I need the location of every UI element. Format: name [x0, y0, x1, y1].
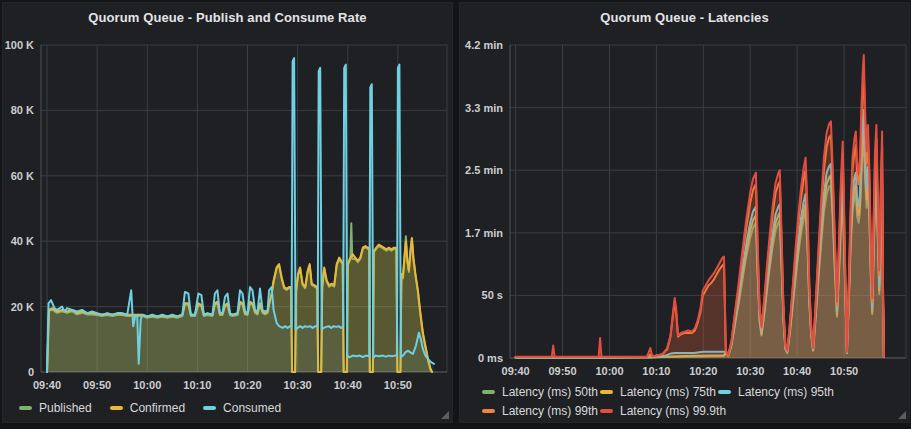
svg-text:4.2 min: 4.2 min	[465, 39, 503, 51]
svg-text:10:40: 10:40	[334, 379, 362, 391]
svg-text:20 K: 20 K	[11, 301, 34, 313]
legend-series-swatch-icon	[203, 406, 216, 410]
dashboard: Quorum Queue - Publish and Consume Rate …	[0, 0, 911, 425]
legend-series-swatch-icon	[482, 409, 495, 413]
legend-series-label: Latency (ms) 50th	[502, 385, 598, 399]
legend-item[interactable]: Consumed	[203, 401, 281, 415]
latencies-chart[interactable]: 0 ms50 s1.7 min2.5 min3.3 min4.2 min09:4…	[460, 31, 909, 383]
legend-item[interactable]: Latency (ms) 75th	[600, 385, 718, 399]
legend-item[interactable]: Latency (ms) 99th	[482, 404, 600, 418]
legend-item[interactable]: Latency (ms) 50th	[482, 385, 600, 399]
svg-text:10:30: 10:30	[284, 379, 312, 391]
legend-series-swatch-icon	[600, 390, 613, 394]
svg-text:10:50: 10:50	[830, 365, 858, 377]
legend-series-label: Published	[39, 401, 92, 415]
svg-text:09:50: 09:50	[83, 379, 111, 391]
svg-text:09:40: 09:40	[33, 379, 61, 391]
legend-series-label: Latency (ms) 99.9th	[620, 404, 726, 418]
svg-text:2.5 min: 2.5 min	[465, 164, 503, 176]
publish-consume-rate-chart[interactable]: 020 K40 K60 K80 K100 K09:4009:5010:0010:…	[3, 31, 452, 399]
legend-series-label: Latency (ms) 99th	[502, 404, 598, 418]
legend-item[interactable]: Latency (ms) 99.9th	[600, 404, 718, 418]
svg-text:09:50: 09:50	[548, 365, 576, 377]
panel-publish-consume-rate: Quorum Queue - Publish and Consume Rate …	[2, 2, 453, 423]
legend-series-swatch-icon	[19, 406, 32, 410]
svg-text:60 K: 60 K	[11, 170, 34, 182]
svg-text:100 K: 100 K	[5, 39, 34, 51]
svg-text:10:40: 10:40	[783, 365, 811, 377]
legend-series-swatch-icon	[482, 390, 495, 394]
svg-text:10:20: 10:20	[689, 365, 717, 377]
legend-series-swatch-icon	[110, 406, 123, 410]
panel-latencies: Quorum Queue - Latencies 0 ms50 s1.7 min…	[459, 2, 910, 423]
legend-series-label: Latency (ms) 95th	[738, 385, 834, 399]
chart-legend: PublishedConfirmedConsumed	[19, 401, 452, 415]
legend-item[interactable]: Published	[19, 401, 92, 415]
legend-series-label: Consumed	[223, 401, 281, 415]
svg-text:40 K: 40 K	[11, 235, 34, 247]
panel-title[interactable]: Quorum Queue - Latencies	[460, 3, 909, 31]
svg-text:10:30: 10:30	[736, 365, 764, 377]
svg-text:10:00: 10:00	[133, 379, 161, 391]
svg-text:09:40: 09:40	[502, 365, 530, 377]
legend-series-swatch-icon	[718, 390, 731, 394]
svg-text:50 s: 50 s	[482, 289, 503, 301]
svg-text:0: 0	[28, 366, 34, 378]
svg-text:10:10: 10:10	[642, 365, 670, 377]
legend-series-swatch-icon	[600, 409, 613, 413]
chart-legend: Latency (ms) 50thLatency (ms) 75thLatenc…	[482, 385, 909, 418]
legend-item[interactable]: Latency (ms) 95th	[718, 385, 909, 399]
svg-text:10:20: 10:20	[233, 379, 261, 391]
svg-text:1.7 min: 1.7 min	[465, 227, 503, 239]
legend-series-label: Latency (ms) 75th	[620, 385, 716, 399]
svg-text:80 K: 80 K	[11, 104, 34, 116]
svg-text:0 ms: 0 ms	[478, 352, 503, 364]
svg-text:3.3 min: 3.3 min	[465, 102, 503, 114]
panel-resize-handle[interactable]	[898, 411, 906, 419]
panel-title[interactable]: Quorum Queue - Publish and Consume Rate	[3, 3, 452, 31]
svg-text:10:50: 10:50	[384, 379, 412, 391]
svg-text:10:00: 10:00	[595, 365, 623, 377]
panel-resize-handle[interactable]	[441, 411, 449, 419]
svg-text:10:10: 10:10	[183, 379, 211, 391]
legend-item[interactable]: Confirmed	[110, 401, 185, 415]
legend-series-label: Confirmed	[130, 401, 185, 415]
